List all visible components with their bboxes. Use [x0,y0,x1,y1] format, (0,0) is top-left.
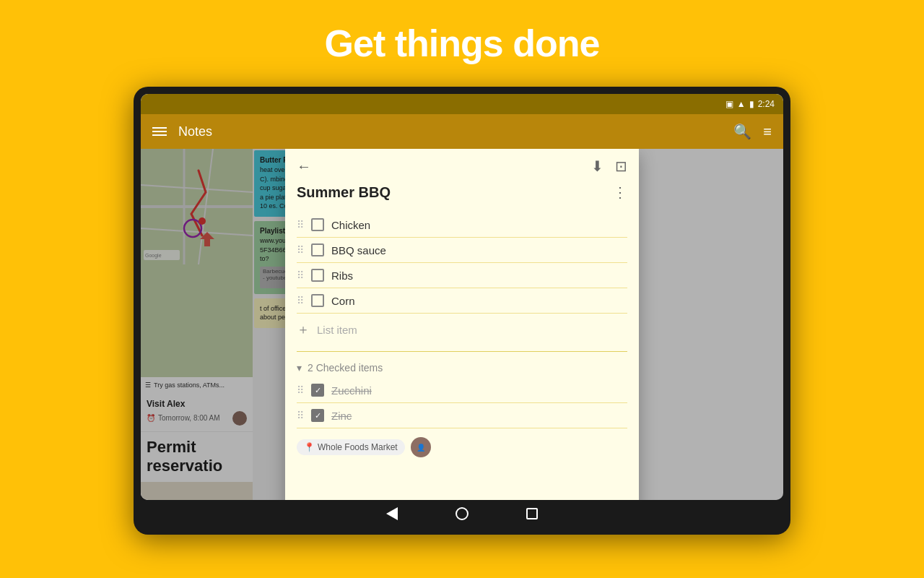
avatar-chip[interactable]: 👤 [411,437,431,457]
note-dialog: ← ⬇ ⊡ Summer BBQ ⋮ [285,149,639,500]
item-text-zucchini: Zucchini [331,384,372,397]
location-icon: 📍 [304,442,315,452]
checkbox-bbq-sauce[interactable] [311,243,324,256]
checklist-item: ⠿ Chicken [297,212,627,238]
drag-handle-icon[interactable]: ⠿ [297,219,304,230]
tablet-screen: ▣ ▲ ▮ 2:24 Notes 🔍 ≡ [141,94,783,500]
checkbox-corn[interactable] [311,294,324,307]
tag-row: 📍 Whole Foods Market 👤 [297,428,627,460]
app-bar: Notes 🔍 ≡ [141,114,783,149]
checklist-item: ⠿ BBQ sauce [297,238,627,263]
drag-handle-icon[interactable]: ⠿ [297,410,304,421]
checked-header[interactable]: ▾ 2 Checked items [297,358,627,378]
item-text-bbq-sauce: BBQ sauce [331,244,386,256]
location-tag[interactable]: 📍 Whole Foods Market [297,439,405,455]
checkbox-chicken[interactable] [311,218,324,231]
item-text-ribs: Ribs [331,269,353,282]
download-icon[interactable]: ⬇ [588,155,606,178]
item-text-zinc: Zinc [331,410,352,422]
add-item-row[interactable]: ＋ List item [297,314,627,345]
nav-home-button[interactable] [456,507,468,520]
checkbox-zinc[interactable] [311,409,324,422]
signal-icon: ▣ [725,99,733,109]
checked-count: 2 Checked items [308,362,383,374]
chevron-down-icon: ▾ [297,362,302,374]
dialog-overlay: ← ⬇ ⊡ Summer BBQ ⋮ [141,149,783,500]
checked-item: ⠿ Zinc [297,403,627,428]
note-title-row: Summer BBQ ⋮ [297,184,627,201]
section-divider [297,351,627,352]
dialog-toolbar: ← ⬇ ⊡ [285,149,639,184]
status-bar: ▣ ▲ ▮ 2:24 [141,94,783,114]
wifi-icon: ▲ [737,99,746,109]
archive-icon[interactable]: ⊡ [612,155,630,178]
checked-item: ⠿ Zucchini [297,378,627,403]
tablet-frame: ▣ ▲ ▮ 2:24 Notes 🔍 ≡ [134,87,790,535]
checkbox-zucchini[interactable] [311,384,324,397]
checked-section: ▾ 2 Checked items ⠿ Zucchini [297,358,627,428]
nav-back-button[interactable] [386,507,398,520]
item-text-chicken: Chicken [331,219,370,231]
more-options-icon[interactable]: ⋮ [613,184,627,201]
add-item-icon: ＋ [297,321,310,338]
nav-recents-button[interactable] [526,508,538,519]
page-headline: Get things done [325,22,600,65]
battery-icon: ▮ [749,99,754,109]
add-item-placeholder: List item [317,324,357,336]
app-bar-title: Notes [178,124,722,139]
drag-handle-icon[interactable]: ⠿ [297,295,304,306]
search-icon[interactable]: 🔍 [733,123,751,140]
drag-handle-icon[interactable]: ⠿ [297,244,304,256]
checklist-item: ⠿ Corn [297,288,627,314]
time-display: 2:24 [758,99,775,109]
checkbox-ribs[interactable] [311,269,324,282]
location-tag-label: Whole Foods Market [318,442,398,452]
item-text-corn: Corn [331,295,355,307]
checklist-item: ⠿ Ribs [297,263,627,288]
list-view-icon[interactable]: ≡ [763,124,772,140]
main-content: Google ☰ T [141,149,783,500]
status-icons: ▣ ▲ ▮ 2:24 [725,99,775,109]
back-button[interactable]: ← [294,155,314,178]
checked-items: ⠿ Zucchini ⠿ Zinc [297,378,627,428]
note-title: Summer BBQ [297,184,391,201]
dialog-body: Summer BBQ ⋮ ⠿ Chicken [285,184,639,500]
drag-handle-icon[interactable]: ⠿ [297,269,304,281]
drag-handle-icon[interactable]: ⠿ [297,384,304,396]
android-nav-bar [141,500,783,527]
checklist: ⠿ Chicken ⠿ BBQ sauce [297,212,627,314]
menu-icon[interactable] [152,127,167,136]
